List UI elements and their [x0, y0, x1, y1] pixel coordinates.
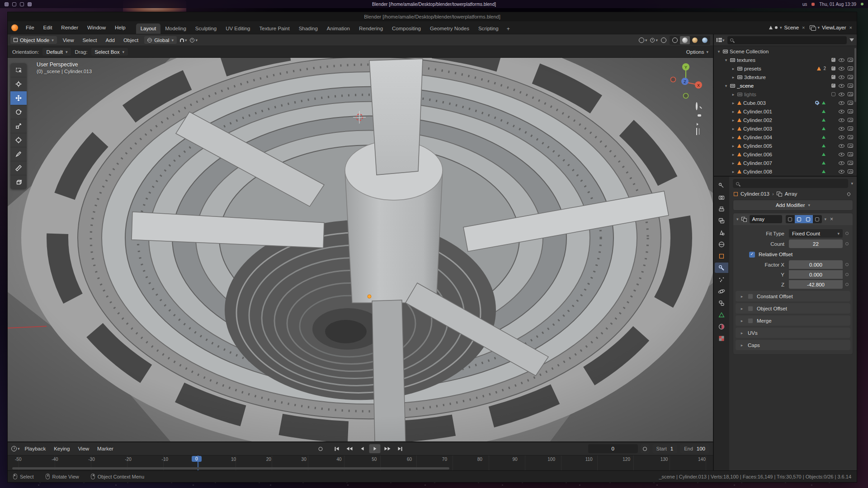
- uvs-section[interactable]: ▸ UVs: [736, 328, 850, 338]
- workspace-icon[interactable]: [12, 2, 16, 6]
- count-field[interactable]: 22: [789, 239, 843, 248]
- disable-render-icon[interactable]: [848, 84, 853, 88]
- transform-tool[interactable]: [10, 133, 27, 147]
- jump-to-start-button[interactable]: [331, 444, 343, 453]
- animate-dot[interactable]: [845, 232, 849, 235]
- window-titlebar[interactable]: Blender [/home/amalie/Desktop/blender/to…: [8, 12, 857, 21]
- view-layer-selector[interactable]: ▾ ViewLayer ×: [810, 25, 853, 30]
- files-icon[interactable]: [20, 2, 24, 6]
- outliner-row[interactable]: ▾_scene: [714, 81, 857, 90]
- show-overlays-toggle[interactable]: ▾: [650, 38, 658, 42]
- tab-scripting[interactable]: Scripting: [474, 23, 503, 34]
- realtime-toggle[interactable]: [804, 215, 813, 223]
- object-offset-section[interactable]: ▸ Object Offset: [736, 303, 850, 314]
- hide-viewport-icon[interactable]: [839, 136, 844, 139]
- play-button[interactable]: [369, 444, 381, 453]
- tab-object-data[interactable]: [715, 310, 728, 320]
- constant-offset-section[interactable]: ▸ Constant Offset: [736, 291, 850, 301]
- edit-mode-toggle[interactable]: [795, 215, 804, 223]
- filter-dropdown-icon[interactable]: ▾: [851, 181, 853, 186]
- viewport-menu-select[interactable]: Select: [80, 37, 99, 44]
- scene-selector[interactable]: ▾ Scene ×: [769, 25, 806, 30]
- tab-texture[interactable]: [715, 333, 728, 343]
- breadcrumb-object[interactable]: Cylinder.013: [741, 191, 769, 197]
- disclosure-icon[interactable]: ▾: [717, 49, 721, 54]
- record-button[interactable]: [315, 444, 326, 453]
- object-offset-checkbox[interactable]: [748, 306, 753, 311]
- proportional-editing-toggle[interactable]: ▾: [190, 38, 198, 42]
- unlink-scene-icon[interactable]: ×: [801, 25, 806, 30]
- tab-layout[interactable]: Layout: [136, 23, 161, 34]
- outliner-row[interactable]: ▸Cylinder.006: [714, 150, 857, 159]
- scale-tool[interactable]: [10, 119, 27, 133]
- relative-offset-checkbox[interactable]: [749, 252, 755, 258]
- end-frame-field[interactable]: End100: [680, 444, 709, 453]
- timeline-ruler[interactable]: -50-40-30-20-100102030405060708090100110…: [8, 455, 713, 470]
- rotate-tool[interactable]: [10, 105, 27, 119]
- playhead-frame-badge[interactable]: 0: [192, 456, 202, 462]
- menu-edit[interactable]: Edit: [39, 23, 57, 32]
- move-tool[interactable]: [10, 91, 27, 105]
- timeline-menu-marker[interactable]: Marker: [94, 445, 117, 452]
- outliner-editor-type-button[interactable]: ▾: [717, 38, 725, 42]
- disable-render-icon[interactable]: [848, 118, 853, 122]
- tab-animation[interactable]: Animation: [322, 23, 354, 34]
- axis-gizmo[interactable]: Y X Z: [667, 61, 705, 99]
- timeline-menu-playback[interactable]: Playback: [22, 445, 49, 452]
- hide-viewport-icon[interactable]: [839, 101, 844, 105]
- drag-setting-dropdown[interactable]: Select Box ▾: [91, 48, 128, 56]
- disclosure-icon[interactable]: ▸: [731, 144, 736, 148]
- start-frame-field[interactable]: Start1: [652, 444, 678, 453]
- annotate-tool[interactable]: [10, 147, 27, 161]
- power-icon[interactable]: [861, 3, 863, 5]
- outliner-scrollbar[interactable]: [854, 48, 856, 102]
- timeline-menu-keying[interactable]: Keying: [51, 445, 73, 452]
- collapse-icon[interactable]: ▾: [736, 217, 739, 221]
- exclude-checkbox[interactable]: [831, 66, 835, 70]
- disclosure-icon[interactable]: ▸: [731, 109, 736, 114]
- tab-sculpting[interactable]: Sculpting: [191, 23, 221, 34]
- tab-geometry-nodes[interactable]: Geometry Nodes: [425, 23, 474, 34]
- outliner-row[interactable]: ▸lights: [714, 90, 857, 99]
- blender-logo-icon[interactable]: [11, 24, 18, 31]
- tab-particles[interactable]: [715, 274, 728, 285]
- disable-render-icon[interactable]: [848, 101, 853, 105]
- auto-keying-button[interactable]: [641, 444, 650, 453]
- constant-offset-checkbox[interactable]: [748, 294, 753, 299]
- disclosure-icon[interactable]: ▸: [731, 66, 736, 71]
- snap-toggle[interactable]: ▾: [180, 38, 187, 42]
- exclude-checkbox[interactable]: [831, 84, 835, 88]
- menu-window[interactable]: Window: [83, 23, 110, 32]
- disable-render-icon[interactable]: [848, 161, 853, 165]
- menu-help[interactable]: Help: [111, 23, 130, 32]
- timeline-scrollbar[interactable]: [12, 467, 449, 469]
- disable-render-icon[interactable]: [848, 66, 853, 70]
- hide-viewport-icon[interactable]: [839, 153, 844, 156]
- modifier-name-field[interactable]: Array: [750, 215, 782, 223]
- orientation-setting-dropdown[interactable]: Default ▾: [42, 48, 71, 56]
- fit-type-dropdown[interactable]: Fixed Count▾: [789, 229, 843, 238]
- tab-modifiers[interactable]: [715, 263, 728, 273]
- outliner-row[interactable]: ▸Cylinder.004: [714, 133, 857, 141]
- play-reverse-button[interactable]: [357, 444, 368, 453]
- relative-offset-checkbox-row[interactable]: Relative Offset: [736, 249, 850, 260]
- zoom-icon[interactable]: [696, 103, 698, 109]
- hide-viewport-icon[interactable]: [839, 161, 844, 165]
- outliner-row[interactable]: ▸Cylinder.008: [714, 167, 857, 176]
- tab-material[interactable]: [715, 321, 728, 332]
- add-modifier-button[interactable]: Add Modifier ▾: [733, 200, 853, 211]
- xray-toggle[interactable]: [661, 38, 666, 43]
- mode-dropdown[interactable]: Object Mode ▾: [10, 36, 57, 44]
- 3d-scene[interactable]: [8, 58, 713, 441]
- modifier-panel-header[interactable]: ▾ Array ▾ ×: [733, 213, 853, 225]
- disable-render-icon[interactable]: [848, 109, 853, 113]
- outliner-row[interactable]: ▾Scene Collection: [714, 47, 857, 56]
- add-cube-tool[interactable]: [10, 175, 27, 189]
- jump-to-end-button[interactable]: [395, 444, 406, 453]
- tab-world[interactable]: [715, 239, 728, 249]
- next-keyframe-button[interactable]: [382, 444, 393, 453]
- outliner-row[interactable]: ▸Cylinder.002: [714, 116, 857, 124]
- menu-file[interactable]: File: [22, 23, 38, 32]
- tab-physics[interactable]: [715, 286, 728, 296]
- viewport-menu-view[interactable]: View: [60, 37, 77, 44]
